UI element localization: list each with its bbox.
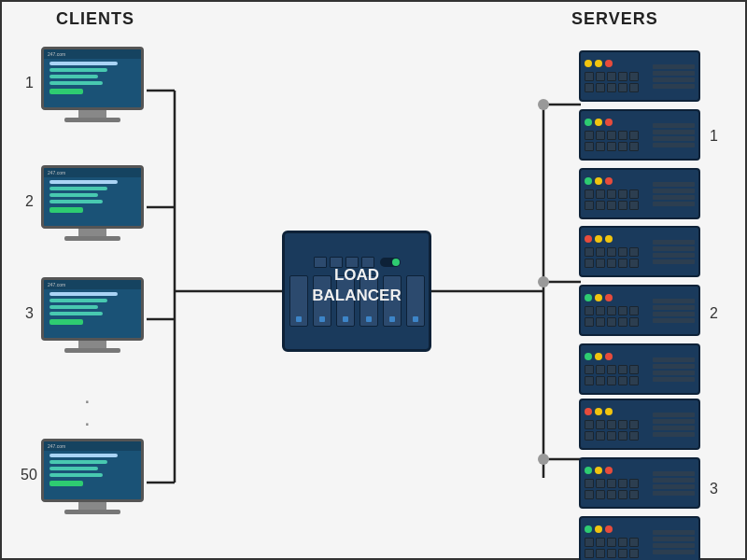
lb-top-panel [314,257,401,268]
client-number-1: 1 [25,75,34,91]
server-number-1: 1 [710,128,718,145]
server-rack-2-top [579,226,700,277]
server-rack-2-bot [579,343,700,395]
client-monitor-3: 247.com [41,277,144,352]
clients-label: CLIENTS [56,9,134,29]
client-monitor-1: 247.com [41,47,144,121]
server-rack-3-mid [579,457,700,509]
server-rack-1-mid [579,109,700,161]
client-monitor-50: 247.com [41,439,144,513]
client-number-50: 50 [21,467,37,483]
client-monitor-2: 247.com [41,165,144,240]
client-number-3: 3 [25,305,34,322]
svg-point-11 [538,99,549,110]
diagram-container: CLIENTS SERVERS 1 247.com 2 247.com 3 [0,0,747,560]
svg-point-12 [538,276,549,287]
server-rack-1-bot [579,168,700,219]
server-number-3: 3 [710,481,718,497]
server-rack-3-bot [579,516,700,560]
lb-drives [289,275,425,327]
server-rack-1-top [579,50,700,102]
svg-point-13 [538,454,549,465]
server-rack-2-mid [579,285,700,336]
server-number-2: 2 [710,305,718,322]
servers-label: SERVERS [571,9,658,29]
load-balancer [282,231,431,352]
server-rack-3-top [579,399,700,450]
client-number-2: 2 [25,193,34,210]
